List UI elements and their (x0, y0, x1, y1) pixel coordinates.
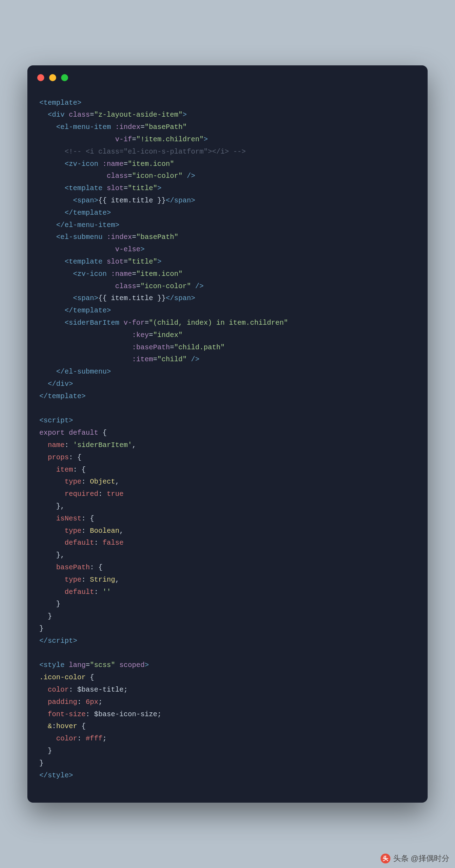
minimize-icon[interactable] (49, 74, 56, 81)
watermark: 头 头条 @择偶时分 (381, 853, 449, 864)
watermark-text: 头条 @择偶时分 (393, 853, 449, 864)
watermark-logo-icon: 头 (381, 854, 390, 863)
code-content: <template> <div class="z-layout-aside-it… (27, 90, 428, 789)
close-icon[interactable] (37, 74, 44, 81)
maximize-icon[interactable] (61, 74, 68, 81)
code-window: <template> <div class="z-layout-aside-it… (27, 65, 428, 803)
window-titlebar (27, 65, 428, 90)
